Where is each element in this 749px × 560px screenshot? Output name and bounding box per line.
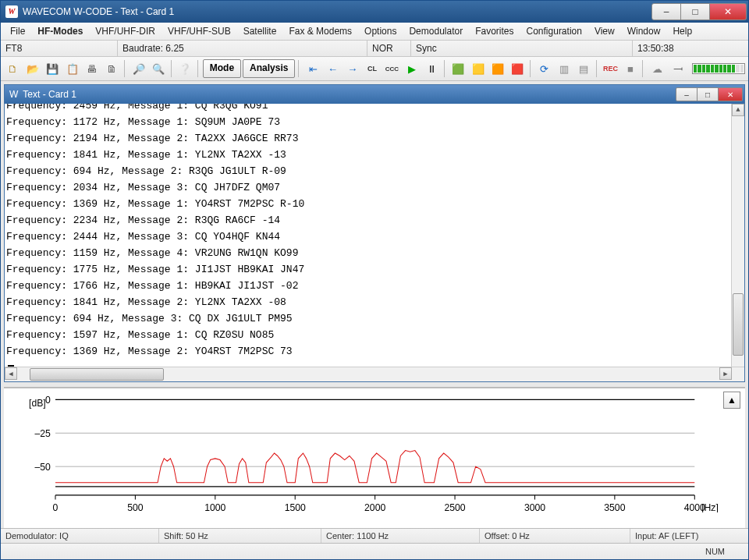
child-close-button[interactable]: ✕ xyxy=(719,87,743,101)
nor-cell: NOR xyxy=(367,41,411,56)
menu-hf-modes[interactable]: HF-Modes xyxy=(31,24,89,38)
cloud-icon[interactable]: ☁ xyxy=(648,59,666,78)
stop-icon[interactable]: ■ xyxy=(621,59,639,78)
mode-cell: FT8 xyxy=(1,41,118,56)
maximize-button[interactable]: □ xyxy=(681,3,710,20)
text-child-window: W Text - Card 1 – □ ✕ Frequency: 2459 Hz… xyxy=(4,84,745,382)
menu-window[interactable]: Window xyxy=(621,24,667,38)
back-icon[interactable]: ← xyxy=(324,59,342,78)
open-icon[interactable]: 📂 xyxy=(23,59,41,78)
menu-fax-modems[interactable]: Fax & Modems xyxy=(282,24,358,38)
svg-text:2000: 2000 xyxy=(364,501,385,512)
status-offset: Offset: 0 Hz xyxy=(480,529,630,543)
menu-file[interactable]: File xyxy=(4,24,31,38)
find-replace-icon[interactable]: 🔍 xyxy=(149,59,167,78)
signal-meter xyxy=(692,63,745,74)
menu-satellite[interactable]: Satellite xyxy=(237,24,283,38)
menu-vhf-uhf-sub[interactable]: VHF/UHF-SUB xyxy=(162,24,237,38)
menu-favorites[interactable]: Favorites xyxy=(469,24,520,38)
svg-text:0: 0 xyxy=(45,396,51,406)
child-minimize-button[interactable]: – xyxy=(676,87,698,101)
menu-vhf-uhf-dir[interactable]: VHF/UHF-DIR xyxy=(89,24,162,38)
svg-text:–25: –25 xyxy=(35,427,51,439)
svg-text:1500: 1500 xyxy=(285,501,306,512)
status-bar-2: NUM xyxy=(1,543,748,559)
titlebar: W WAVECOM W-CODE - Text - Card 1 – □ ✕ xyxy=(1,1,748,23)
svg-text:[Hz]: [Hz] xyxy=(701,501,719,512)
vertical-scrollbar[interactable]: ▲ ▼ xyxy=(731,104,744,381)
toolbar: 🗋 📂 💾 📋 🖶 🗎 🔎 🔍 ❔ Mode Analysis ⇤ ← → CL… xyxy=(1,57,748,81)
layout-1-icon[interactable]: ▥ xyxy=(555,59,573,78)
copy-icon[interactable]: 📋 xyxy=(63,59,81,78)
close-button[interactable]: ✕ xyxy=(710,3,747,20)
analysis-button[interactable]: Analysis xyxy=(243,59,295,78)
vscroll-thumb[interactable] xyxy=(733,293,744,356)
antenna-icon[interactable]: ⟞ xyxy=(669,59,687,78)
menu-view[interactable]: View xyxy=(588,24,621,38)
app-icon: W xyxy=(5,5,18,18)
menu-options[interactable]: Options xyxy=(358,24,403,38)
child-maximize-button[interactable]: □ xyxy=(698,87,719,101)
menu-configuration[interactable]: Configuration xyxy=(520,24,588,38)
print-preview-icon[interactable]: 🗎 xyxy=(103,59,121,78)
svg-text:[dB]: [dB] xyxy=(29,397,46,409)
pause-icon[interactable]: ⏸ xyxy=(422,59,440,78)
refresh-icon[interactable]: ⟳ xyxy=(535,59,553,78)
scroll-up-icon[interactable]: ▲ xyxy=(732,104,744,116)
status-shift: Shift: 50 Hz xyxy=(159,529,321,543)
mode-button[interactable]: Mode xyxy=(203,59,241,78)
record-icon[interactable]: REC xyxy=(602,59,619,78)
panel-4-icon[interactable]: 🟥 xyxy=(509,59,527,78)
find-icon[interactable]: 🔎 xyxy=(130,59,147,78)
svg-text:1000: 1000 xyxy=(204,501,225,512)
status-input: Input: AF (LEFT) xyxy=(630,529,748,543)
child-app-icon: W xyxy=(9,89,18,100)
svg-text:0: 0 xyxy=(53,501,59,512)
window-title: WAVECOM W-CODE - Text - Card 1 xyxy=(23,6,174,17)
menu-help[interactable]: Help xyxy=(666,24,698,38)
menubar: FileHF-ModesVHF/UHF-DIRVHF/UHF-SUBSatell… xyxy=(1,23,748,41)
status-bar: Demodulator: IQ Shift: 50 Hz Center: 110… xyxy=(1,528,748,543)
panel-3-icon[interactable]: 🟧 xyxy=(488,59,506,78)
save-icon[interactable]: 💾 xyxy=(44,59,62,78)
decoded-text-area[interactable]: Frequency: 2459 Hz, Message 1: CQ R3QG K… xyxy=(5,104,744,381)
spectrum-panel: ▲ [dB]0–25–50050010001500200025003000350… xyxy=(4,387,745,528)
clock-cell: 13:50:38 xyxy=(633,41,748,56)
ccc-icon[interactable]: CCC xyxy=(383,59,401,78)
help-icon[interactable]: ❔ xyxy=(176,59,194,78)
svg-text:3500: 3500 xyxy=(604,501,625,512)
horizontal-scrollbar[interactable]: ◀ ▶ xyxy=(5,367,732,381)
status-center: Center: 1100 Hz xyxy=(321,529,480,543)
minimize-button[interactable]: – xyxy=(651,3,681,20)
new-icon[interactable]: 🗋 xyxy=(4,59,22,78)
svg-text:3000: 3000 xyxy=(524,501,545,512)
play-icon[interactable]: ▶ xyxy=(403,59,421,78)
layout-2-icon[interactable]: ▤ xyxy=(575,59,593,78)
sync-cell: Sync xyxy=(411,41,633,56)
child-titlebar: W Text - Card 1 – □ ✕ xyxy=(5,85,744,104)
mode-infobar: FT8 Baudrate: 6.25 NOR Sync 13:50:38 xyxy=(1,41,748,57)
panel-2-icon[interactable]: 🟨 xyxy=(469,59,487,78)
print-icon[interactable]: 🖶 xyxy=(83,59,101,78)
baudrate-cell: Baudrate: 6.25 xyxy=(118,41,367,56)
spectrum-chart: [dB]0–25–5005001000150020002500300035004… xyxy=(12,396,726,512)
scroll-right-icon[interactable]: ▶ xyxy=(719,367,732,380)
num-lock-indicator: NUM xyxy=(705,547,725,556)
child-window-title: Text - Card 1 xyxy=(23,89,76,100)
menu-demodulator[interactable]: Demodulator xyxy=(403,24,469,38)
rewind-icon[interactable]: ⇤ xyxy=(304,59,321,78)
svg-text:500: 500 xyxy=(127,501,143,512)
forward-icon[interactable]: → xyxy=(343,59,361,78)
hscroll-thumb[interactable] xyxy=(30,368,164,381)
svg-text:–50: –50 xyxy=(35,460,51,473)
scroll-left-icon[interactable]: ◀ xyxy=(5,367,17,380)
status-demod: Demodulator: IQ xyxy=(1,529,159,543)
panel-1-icon[interactable]: 🟩 xyxy=(449,59,467,78)
cl-icon[interactable]: CL xyxy=(363,59,381,78)
svg-text:2500: 2500 xyxy=(444,501,465,512)
